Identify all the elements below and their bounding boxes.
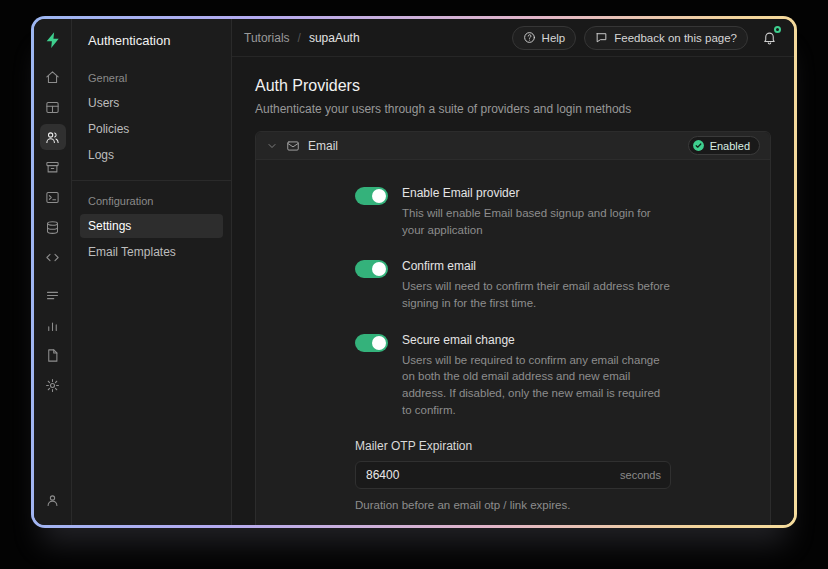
main-area: Tutorials / supaAuth Help Feedback on th… — [232, 19, 794, 525]
rail-item-storage[interactable] — [40, 154, 66, 180]
sidebar-heading-configuration: Configuration — [88, 195, 215, 207]
toggle-enable-email-provider[interactable] — [355, 187, 388, 205]
auth-sidebar: Authentication General Users Policies Lo… — [72, 19, 232, 525]
toggle-description: Users will need to confirm their email a… — [402, 278, 671, 311]
sidebar-item-logs[interactable]: Logs — [80, 143, 223, 167]
toggle-secure-email-change[interactable] — [355, 334, 388, 352]
rail-item-database[interactable] — [40, 214, 66, 240]
sidebar-item-settings[interactable]: Settings — [80, 214, 223, 238]
breadcrumb-project[interactable]: supaAuth — [309, 31, 360, 45]
rail-item-account[interactable] — [40, 487, 66, 513]
gear-icon — [45, 378, 60, 393]
database-icon — [45, 220, 60, 235]
input-wrap: seconds — [355, 461, 671, 489]
breadcrumb: Tutorials / supaAuth — [244, 31, 360, 45]
breadcrumb-tutorials[interactable]: Tutorials — [244, 31, 290, 45]
rail-item-docs[interactable] — [40, 342, 66, 368]
code-brackets-icon — [45, 250, 60, 265]
email-provider-panel: Email Enabled Enabl — [255, 131, 771, 525]
user-avatar-icon — [45, 493, 60, 508]
breadcrumb-separator: / — [298, 31, 301, 45]
page-subtitle: Authenticate your users through a suite … — [255, 102, 771, 116]
toggle-description: Users will be required to confirm any em… — [402, 352, 671, 419]
chat-bubble-icon — [595, 31, 608, 44]
help-button[interactable]: Help — [512, 26, 577, 50]
toggle-description: This will enable Email based signup and … — [402, 205, 671, 238]
mail-icon — [286, 139, 300, 153]
check-circle-icon — [692, 139, 705, 152]
toggle-row-confirm-email: Confirm email Users will need to confirm… — [355, 259, 671, 311]
enabled-badge: Enabled — [688, 136, 760, 155]
page-title: Auth Providers — [255, 77, 771, 95]
bar-chart-icon — [45, 318, 60, 333]
help-circle-icon — [523, 31, 536, 44]
table-editor-icon — [45, 100, 60, 115]
sidebar-item-users[interactable]: Users — [80, 91, 223, 115]
content-area: Auth Providers Authenticate your users t… — [232, 57, 794, 525]
sidebar-heading-general: General — [88, 72, 215, 84]
provider-form: Enable Email provider This will enable E… — [355, 186, 671, 525]
users-icon — [45, 130, 60, 145]
desktop-background: Authentication General Users Policies Lo… — [0, 0, 828, 569]
notifications-button[interactable] — [756, 25, 782, 51]
chevron-down-icon[interactable] — [266, 140, 278, 152]
app-window: Authentication General Users Policies Lo… — [34, 19, 794, 525]
toggle-label: Enable Email provider — [402, 186, 671, 200]
enabled-badge-label: Enabled — [710, 140, 750, 152]
field-label: Mailer OTP Expiration — [355, 439, 671, 453]
sidebar-divider — [72, 180, 231, 181]
home-icon — [45, 70, 60, 85]
rail-item-authentication[interactable] — [40, 124, 66, 150]
document-icon — [45, 348, 60, 363]
toggle-row-secure-email-change: Secure email change Users will be requir… — [355, 333, 671, 419]
list-icon — [45, 288, 60, 303]
toggle-confirm-email[interactable] — [355, 260, 388, 278]
toggle-knob — [372, 336, 386, 350]
toggle-knob — [372, 189, 386, 203]
sidebar-item-email-templates[interactable]: Email Templates — [80, 240, 223, 264]
toggle-row-enable-email: Enable Email provider This will enable E… — [355, 186, 671, 238]
feedback-label: Feedback on this page? — [614, 32, 737, 44]
topbar-actions: Help Feedback on this page? — [512, 25, 782, 51]
topbar: Tutorials / supaAuth Help Feedback on th… — [232, 19, 794, 57]
rail-item-logs[interactable] — [40, 282, 66, 308]
email-provider-body: Enable Email provider This will enable E… — [256, 160, 770, 525]
toggle-label: Confirm email — [402, 259, 671, 273]
bell-icon — [762, 30, 777, 45]
help-label: Help — [542, 32, 566, 44]
sidebar-item-policies[interactable]: Policies — [80, 117, 223, 141]
supabase-lightning-bolt-icon — [44, 31, 62, 49]
icon-rail — [34, 19, 72, 525]
email-provider-header[interactable]: Email Enabled — [256, 132, 770, 160]
rail-item-table-editor[interactable] — [40, 94, 66, 120]
supabase-logo[interactable] — [41, 28, 65, 52]
rail-item-sql-editor[interactable] — [40, 184, 66, 210]
input-suffix: seconds — [620, 469, 661, 481]
field-mailer-otp-expiration: Mailer OTP Expiration seconds Duration b… — [355, 439, 671, 514]
field-help: Duration before an email otp / link expi… — [355, 497, 671, 514]
rail-item-home[interactable] — [40, 64, 66, 90]
app-window-frame: Authentication General Users Policies Lo… — [31, 16, 797, 528]
terminal-icon — [45, 190, 60, 205]
toggle-knob — [372, 262, 386, 276]
storage-icon — [45, 160, 60, 175]
rail-item-api[interactable] — [40, 244, 66, 270]
rail-item-reports[interactable] — [40, 312, 66, 338]
sidebar-title: Authentication — [72, 19, 231, 60]
provider-name: Email — [308, 139, 338, 153]
rail-item-settings[interactable] — [40, 372, 66, 398]
notification-dot — [774, 26, 781, 33]
feedback-button[interactable]: Feedback on this page? — [584, 26, 748, 50]
toggle-label: Secure email change — [402, 333, 671, 347]
